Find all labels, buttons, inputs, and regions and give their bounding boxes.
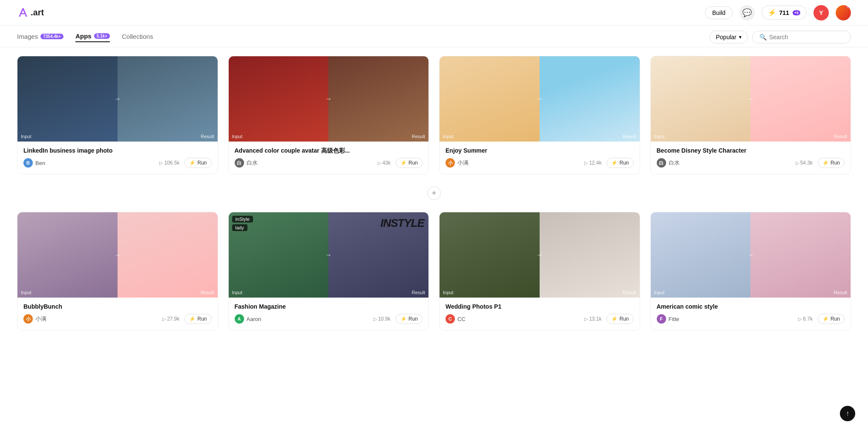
run-button[interactable]: ⚡ Run (184, 314, 211, 324)
wechat-button[interactable]: 💬 (739, 5, 755, 20)
card-info: Fashion Magazine A Aaron ▷ 10.9k ⚡ Run (229, 298, 429, 330)
tab-collections[interactable]: Collections (122, 33, 153, 42)
card-image-left: Input (440, 212, 540, 298)
header: .art Build 💬 ⚡ 711 +5 Y 16 (0, 0, 868, 26)
view-number: 13.1k (589, 316, 601, 322)
play-icon: ▷ (159, 160, 163, 166)
lightning-button[interactable]: ⚡ 711 +5 (762, 6, 807, 20)
card-enjoy-summer[interactable]: Input → Result Enjoy Summer 小 小满 (439, 56, 640, 174)
input-label: Input (443, 290, 453, 295)
load-more-button[interactable]: + (427, 186, 441, 200)
run-label: Run (619, 160, 629, 166)
search-box[interactable]: 🔍 (752, 31, 851, 43)
card-image-left: Input (17, 212, 118, 298)
card-image-right: Result (118, 212, 218, 298)
view-count: ▷ 12.4k (584, 160, 601, 166)
card-image: Input InStyle lady → Result INSTYLE (229, 212, 429, 298)
header-right: Build 💬 ⚡ 711 +5 Y 16 (705, 5, 851, 20)
card-image-left: Input (651, 212, 751, 298)
author-name: Fitte (669, 316, 679, 322)
user-avatar[interactable]: Y (813, 5, 829, 20)
card-image-left: Input (440, 56, 540, 142)
tab-collections-label: Collections (122, 33, 153, 40)
result-label: Result (201, 134, 214, 139)
card-linkedin[interactable]: Input → Result LinkedIn business image p… (17, 56, 218, 174)
run-button[interactable]: ⚡ Run (396, 314, 423, 324)
card-couple-avatar[interactable]: Input → Result Advanced color couple ava… (228, 56, 429, 174)
wechat-icon: 💬 (742, 8, 752, 17)
card-title: BubblyBunch (23, 303, 212, 310)
author-name: Ben (35, 160, 45, 166)
card-meta: B Ben ▷ 106.5k ⚡ Run (23, 158, 212, 168)
run-icon: ⚡ (189, 316, 195, 322)
run-button[interactable]: ⚡ Run (606, 158, 633, 168)
tab-apps-label: Apps (75, 32, 92, 40)
result-label: Result (412, 290, 425, 295)
card-title: Enjoy Summer (445, 147, 634, 154)
input-label: Input (654, 290, 664, 295)
run-label: Run (831, 316, 840, 322)
sort-button[interactable]: Popular ▾ (710, 31, 748, 43)
instyle-text: INSTYLE (380, 217, 424, 230)
result-label: Result (201, 290, 214, 295)
run-label: Run (831, 160, 840, 166)
plus-row: + (17, 185, 851, 202)
card-image: Input → Result (651, 212, 851, 298)
card-fashion-magazine[interactable]: Input InStyle lady → Result INSTYLE Fash… (228, 212, 429, 330)
input-label: Input (443, 134, 453, 139)
card-info: Advanced color couple avatar 高级色彩... 白 白… (229, 142, 429, 174)
notification-avatar[interactable]: 16 (836, 5, 851, 20)
notification-badge: 16 (845, 5, 851, 9)
author-avatar: 小 (445, 158, 455, 168)
card-info: American comic style F Fitte ▷ 6.7k ⚡ Ru… (651, 298, 851, 330)
card-image: Input → Result (440, 56, 640, 142)
fashion-tag-1: InStyle (232, 216, 253, 223)
card-wedding-photos[interactable]: Input → Result Wedding Photos P1 C CC (439, 212, 640, 330)
run-button[interactable]: ⚡ Run (818, 158, 845, 168)
logo[interactable]: .art (17, 7, 44, 19)
lightning-count: 711 (779, 9, 789, 16)
run-icon: ⚡ (822, 160, 829, 166)
card-author: 小 小满 (445, 158, 468, 168)
run-icon: ⚡ (822, 316, 829, 322)
author-avatar: 白 (235, 158, 244, 168)
tab-apps[interactable]: Apps 5.1k+ (75, 32, 110, 42)
card-image-right: Result (540, 56, 640, 142)
logo-text: .art (31, 8, 44, 17)
card-image: Input → Result (440, 212, 640, 298)
view-number: 12.4k (589, 160, 601, 166)
scroll-top-button[interactable]: ↑ (840, 406, 855, 421)
tab-images[interactable]: Images 7354.4k+ (17, 33, 63, 42)
card-info: Become Disney Style Character 白 白水 ▷ 54.… (651, 142, 851, 174)
search-input[interactable] (769, 34, 844, 41)
card-title: Become Disney Style Character (657, 147, 845, 154)
card-disney[interactable]: Input → Result Become Disney Style Chara… (650, 56, 851, 174)
card-title: Advanced color couple avatar 高级色彩... (235, 147, 423, 154)
view-count: ▷ 54.3k (796, 160, 813, 166)
card-image: Input → Result (229, 56, 429, 142)
card-title: American comic style (657, 303, 845, 310)
card-image-left: Input (229, 56, 329, 142)
run-button[interactable]: ⚡ Run (606, 314, 633, 324)
card-bubbly-bunch[interactable]: Input → Result BubblyBunch 小 小满 (17, 212, 218, 330)
author-avatar: B (23, 158, 33, 168)
input-label: Input (232, 290, 242, 295)
view-count: ▷ 27.9k (162, 316, 179, 322)
build-button[interactable]: Build (705, 6, 733, 19)
arrow-separator: → (747, 251, 754, 259)
logo-icon (17, 7, 29, 19)
run-button[interactable]: ⚡ Run (396, 158, 423, 168)
card-american-comic[interactable]: Input → Result American comic style F Fi… (650, 212, 851, 330)
run-button[interactable]: ⚡ Run (818, 314, 845, 324)
tabs-bar: Images 7354.4k+ Apps 5.1k+ Collections P… (0, 26, 868, 47)
card-meta: F Fitte ▷ 6.7k ⚡ Run (657, 314, 845, 324)
arrow-up-icon: ↑ (846, 410, 849, 417)
card-title: LinkedIn business image photo (23, 147, 212, 154)
play-icon: ▷ (162, 316, 166, 322)
card-meta: 小 小满 ▷ 27.9k ⚡ Run (23, 314, 212, 324)
card-author: F Fitte (657, 314, 679, 324)
card-image-right: Result (750, 56, 851, 142)
card-meta: 小 小满 ▷ 12.4k ⚡ Run (445, 158, 634, 168)
card-image: Input → Result (17, 56, 218, 142)
run-button[interactable]: ⚡ Run (184, 158, 211, 168)
